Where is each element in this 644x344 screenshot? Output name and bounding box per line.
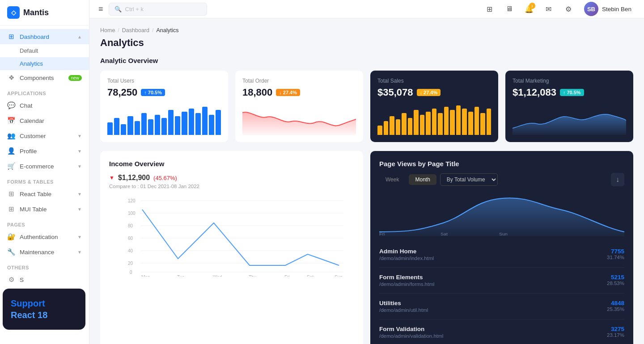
stat-label-marketing: Total Marketing — [513, 78, 626, 84]
breadcrumb-dashboard[interactable]: Dashboard — [122, 27, 149, 34]
stat-card-order: Total Order 18,800 ↓ 27.4% — [235, 71, 363, 142]
stat-card-marketing: Total Marketing $1,12,083 ↑ 70.5% — [505, 71, 633, 142]
svg-text:40: 40 — [128, 248, 133, 253]
sidebar-item-calendar[interactable]: 📅 Calendar — [0, 113, 89, 128]
dashboard-label: Dashboard — [20, 34, 49, 40]
chart-controls: Week Month By Total Volume ↓ — [379, 173, 624, 186]
sidebar-item-mui-table[interactable]: ⊞ MUI Table ▼ — [0, 201, 89, 217]
sidebar-item-components[interactable]: ❖ Components new — [0, 70, 89, 85]
mini-area-order — [242, 104, 356, 135]
sidebar-item-react-table[interactable]: ⊞ React Table ▼ — [0, 186, 89, 201]
svg-text:120: 120 — [128, 198, 136, 203]
breadcrumb-sep-1: / — [118, 27, 119, 34]
sidebar-item-settings[interactable]: ⚙ S — [0, 272, 89, 287]
svg-text:Wed: Wed — [213, 275, 222, 277]
bar — [189, 109, 194, 135]
dark-area-chart: Fri Sat Sun — [379, 192, 624, 236]
sidebar-item-maintenance[interactable]: 🔧 Maintenance ▼ — [0, 244, 89, 260]
section-others: Others — [0, 260, 89, 272]
sidebar-item-dashboard[interactable]: ⊞ Dashboard ▲ — [0, 29, 89, 44]
sidebar-item-ecommerce[interactable]: 🛒 E-commerce ▼ — [0, 159, 89, 174]
settings-label: S — [20, 277, 24, 283]
sidebar-item-chat[interactable]: 💬 Chat — [0, 98, 89, 113]
stat-value-sales: $35,078 ↓ 27.4% — [377, 87, 491, 98]
dashboard-icon: ⊞ — [7, 33, 15, 41]
bar — [456, 105, 461, 135]
main-content: ≡ 🔍 Ctrl + k ⊞ 🖥 🔔 1 ✉ ⚙ SB Stebin Ben H… — [89, 0, 644, 344]
maintenance-icon: 🔧 — [7, 248, 15, 256]
sidebar-item-default[interactable]: Default — [0, 44, 89, 57]
customer-label: Customer — [20, 133, 46, 139]
sidebar-item-analytics[interactable]: Analytics — [0, 57, 89, 70]
download-button[interactable]: ↓ — [611, 173, 624, 186]
sidebar-item-profile[interactable]: 👤 Profile ▼ — [0, 143, 89, 159]
stat-badge-order: ↓ 27.4% — [276, 89, 300, 96]
bar — [462, 109, 467, 135]
support-popup[interactable]: Support React 18 — [3, 289, 85, 330]
apps-button[interactable]: ⊞ — [482, 1, 497, 17]
stat-value-marketing: $1,12,083 ↑ 70.5% — [513, 87, 626, 98]
topbar-right: ⊞ 🖥 🔔 1 ✉ ⚙ SB Stebin Ben — [482, 0, 635, 18]
chevron-icon: ▼ — [77, 134, 82, 138]
sidebar-item-authentication[interactable]: 🔐 Authentication ▼ — [0, 229, 89, 244]
avatar-image: SB — [584, 2, 598, 16]
components-label: Components — [20, 75, 54, 81]
mui-table-icon: ⊞ — [7, 205, 15, 213]
pv-stats-3: 4848 25.35% — [607, 300, 624, 312]
svg-text:Tue: Tue — [177, 275, 185, 277]
income-title: Income Overview — [109, 160, 354, 168]
notification-button[interactable]: 🔔 1 — [521, 1, 537, 17]
week-button[interactable]: Week — [379, 174, 405, 185]
maintenance-label: Maintenance — [20, 249, 54, 256]
app-name: Mantis — [23, 8, 49, 17]
section-pages: Pages — [0, 217, 89, 229]
chevron-icon-3: ▼ — [77, 164, 82, 169]
stat-label-users: Total Users — [107, 78, 221, 84]
settings-icon: ⚙ — [7, 276, 15, 284]
theme-button[interactable]: 🖥 — [502, 1, 517, 17]
mini-chart-sales — [377, 104, 491, 135]
bar — [468, 112, 473, 135]
page-view-item-3: Utilities /demo/admin/util.html 4848 25.… — [379, 294, 624, 319]
chat-icon: 💬 — [7, 101, 15, 109]
page-views-title: Page Views by Page Title — [379, 160, 459, 168]
chevron-icon-2: ▼ — [77, 149, 82, 154]
calendar-icon: 📅 — [7, 117, 15, 125]
svg-text:Sun: Sun — [335, 275, 343, 277]
bar — [402, 113, 407, 135]
mail-button[interactable]: ✉ — [541, 1, 556, 17]
stats-grid: Total Users 78,250 ↑ 70.5% — [100, 71, 633, 142]
month-button[interactable]: Month — [409, 174, 436, 185]
chevron-up-icon: ▲ — [77, 34, 82, 39]
settings-button[interactable]: ⚙ — [561, 1, 576, 17]
components-badge: new — [68, 75, 82, 81]
volume-select[interactable]: By Total Volume — [440, 173, 498, 186]
bar — [114, 118, 119, 135]
hamburger-button[interactable]: ≡ — [98, 4, 103, 14]
income-compare: Compare to : 01 Dec 2021-08 Jan 2022 — [109, 184, 354, 189]
chat-label: Chat — [20, 102, 33, 109]
mini-area-marketing — [513, 104, 626, 135]
topbar: ≡ 🔍 Ctrl + k ⊞ 🖥 🔔 1 ✉ ⚙ SB Stebin Ben — [89, 0, 644, 18]
bar — [444, 107, 449, 135]
bar — [182, 112, 187, 135]
stat-value-users: 78,250 ↑ 70.5% — [107, 87, 221, 98]
bar — [408, 118, 413, 135]
bar — [168, 110, 174, 135]
pv-info-4: Form Validation /demo/admin/validation.h… — [379, 326, 607, 339]
pv-info-3: Utilities /demo/admin/util.html — [379, 300, 607, 313]
analytic-overview-title: Analytic Overview — [100, 57, 633, 64]
sidebar-item-customer[interactable]: 👥 Customer ▼ — [0, 128, 89, 143]
auth-label: Authentication — [20, 234, 58, 240]
sidebar-logo[interactable]: ◇ Mantis — [0, 0, 89, 25]
stat-value-order: 18,800 ↓ 27.4% — [242, 87, 356, 98]
stat-card-users: Total Users 78,250 ↑ 70.5% — [100, 71, 228, 142]
search-input[interactable]: 🔍 Ctrl + k — [109, 3, 207, 16]
user-avatar[interactable]: SB Stebin Ben — [580, 0, 635, 18]
breadcrumb-current: Analytics — [156, 27, 178, 34]
breadcrumb-home[interactable]: Home — [100, 27, 115, 34]
svg-text:Sat: Sat — [441, 232, 448, 236]
bar — [396, 119, 401, 135]
mini-chart-users — [107, 104, 221, 135]
bar — [121, 124, 126, 135]
